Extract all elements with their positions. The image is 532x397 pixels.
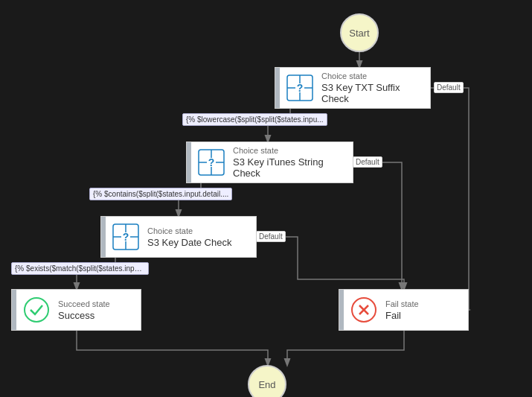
fail-node[interactable]: Fail state Fail: [339, 289, 469, 331]
choice3-icon: ?: [110, 221, 141, 253]
choice2-title: S3 Key iTunes String Check: [233, 156, 347, 179]
choice1-title: S3 Key TXT Suffix Check: [321, 82, 424, 104]
choice2-type: Choice state: [233, 146, 347, 155]
succeed-node[interactable]: Succeed state Success: [11, 289, 141, 331]
cond1-label: {% $lowercase($split($split($states.inpu…: [182, 113, 327, 126]
choice1-type: Choice state: [321, 72, 424, 80]
node-left-bar: [187, 142, 191, 182]
choice1-icon: ?: [284, 72, 315, 104]
end-label: End: [258, 379, 275, 390]
svg-point-19: [25, 298, 48, 322]
node-left-bar: [101, 217, 106, 257]
start-node: Start: [340, 13, 379, 52]
start-label: Start: [349, 28, 369, 39]
choice3-text: Choice state S3 Key Date Check: [146, 222, 256, 253]
fail-text: Fail state Fail: [384, 295, 468, 325]
fail-icon: [348, 294, 379, 325]
choice3-title: S3 Key Date Check: [147, 237, 250, 248]
svg-text:?: ?: [123, 231, 129, 243]
svg-text:?: ?: [297, 82, 304, 94]
choice3-node[interactable]: ? Choice state S3 Key Date Check: [100, 216, 257, 258]
choice1-text: Choice state S3 Key TXT Suffix Check: [320, 67, 430, 109]
svg-text:?: ?: [208, 156, 215, 168]
default1-label: Default: [434, 82, 464, 93]
choice2-icon: ?: [196, 147, 227, 178]
canvas: Start End ? Choice state S3 Key TXT Suff…: [0, 0, 532, 397]
end-node: End: [248, 365, 286, 397]
cond2-label: {% $contains($split($states.input.detail…: [89, 188, 232, 200]
fail-type: Fail state: [385, 299, 462, 308]
default3-label: Default: [256, 231, 286, 242]
succeed-text: Succeed state Success: [57, 295, 141, 325]
choice2-text: Choice state S3 Key iTunes String Check: [231, 142, 353, 183]
node-left-bar: [275, 68, 280, 108]
connections-svg: [0, 0, 532, 397]
succeed-title: Success: [58, 310, 135, 321]
cond3-label: {% $exists($match($split($states.input.d…: [11, 262, 149, 275]
succeed-type: Succeed state: [58, 299, 135, 308]
default2-label: Default: [353, 156, 382, 168]
fail-title: Fail: [385, 310, 462, 321]
node-left-bar: [339, 290, 344, 330]
node-left-bar: [12, 290, 16, 330]
succeed-icon: [21, 294, 52, 325]
choice1-node[interactable]: ? Choice state S3 Key TXT Suffix Check: [275, 67, 431, 109]
choice3-type: Choice state: [147, 226, 250, 235]
choice2-node[interactable]: ? Choice state S3 Key iTunes String Chec…: [186, 142, 353, 183]
